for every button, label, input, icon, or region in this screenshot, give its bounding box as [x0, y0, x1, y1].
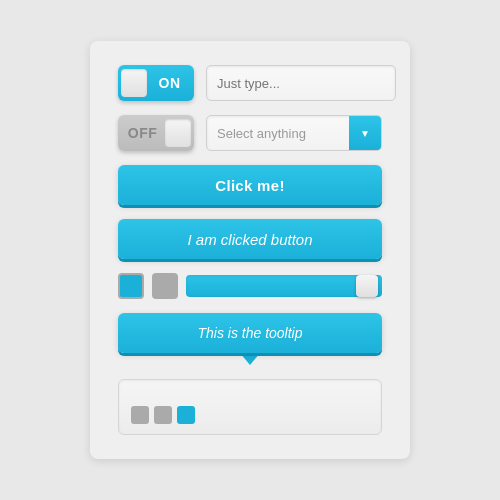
bottom-square-3 [177, 406, 195, 424]
bottom-square-2 [154, 406, 172, 424]
row-2: OFF Select anything [118, 115, 382, 151]
toggle-knob-on [121, 69, 147, 97]
color-swatch-gray[interactable] [152, 273, 178, 299]
toggle-on-label: ON [151, 75, 188, 91]
click-me-button[interactable]: Click me! [118, 165, 382, 205]
color-swatch-blue[interactable] [118, 273, 144, 299]
toggle-off-switch[interactable]: OFF [118, 115, 194, 151]
toggle-off-label: OFF [124, 125, 161, 141]
tooltip-button[interactable]: This is the tooltip [118, 313, 382, 353]
tooltip-arrow [240, 353, 260, 365]
row-1: ON [118, 65, 382, 101]
bottom-square-1 [131, 406, 149, 424]
bottom-panel [118, 379, 382, 435]
clicked-button[interactable]: I am clicked button [118, 219, 382, 259]
select-wrapper[interactable]: Select anything [206, 115, 382, 151]
toggle-knob-off [165, 119, 191, 147]
tooltip-wrapper: This is the tooltip [118, 313, 382, 365]
slider-track[interactable] [186, 275, 382, 297]
slider-thumb[interactable] [356, 275, 378, 297]
select-arrow-button[interactable] [349, 116, 381, 150]
toggle-on-switch[interactable]: ON [118, 65, 194, 101]
ui-container: ON OFF Select anything Click me! I am cl… [90, 41, 410, 459]
slider-row [118, 273, 382, 299]
select-placeholder: Select anything [207, 126, 349, 141]
text-input[interactable] [206, 65, 396, 101]
